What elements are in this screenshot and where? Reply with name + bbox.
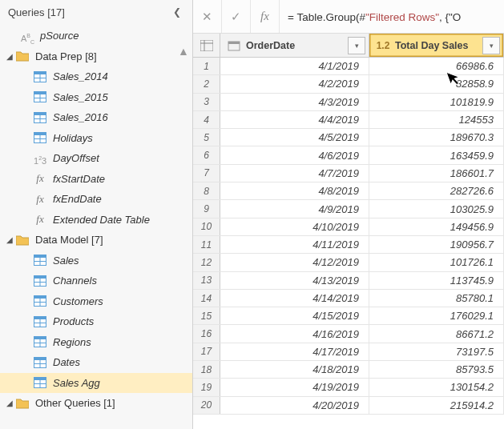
cell-orderdate[interactable]: 4/6/2019 bbox=[220, 146, 369, 163]
row-index[interactable]: 1 bbox=[193, 58, 220, 74]
table-row[interactable]: 64/6/2019163459.9 bbox=[193, 146, 504, 164]
row-index[interactable]: 20 bbox=[193, 397, 220, 414]
row-index[interactable]: 9 bbox=[193, 200, 220, 217]
table-row[interactable]: 74/7/2019186601.7 bbox=[193, 165, 504, 182]
tree-item[interactable]: Channels bbox=[0, 271, 192, 291]
cell-orderdate[interactable]: 4/12/2019 bbox=[220, 254, 369, 271]
row-index[interactable]: 13 bbox=[193, 272, 220, 289]
row-index[interactable]: 5 bbox=[193, 129, 220, 146]
column-filter-dropdown[interactable]: ▾ bbox=[348, 37, 365, 54]
cell-totaldaysales[interactable]: 73197.5 bbox=[369, 343, 504, 360]
tree-item[interactable]: 123DayOffset bbox=[0, 148, 192, 169]
cell-orderdate[interactable]: 4/8/2019 bbox=[220, 182, 369, 199]
tree-folder[interactable]: ◢Other Queries [1] bbox=[0, 393, 192, 414]
cell-totaldaysales[interactable]: 190956.7 bbox=[369, 236, 504, 253]
tree-item[interactable]: Dates bbox=[0, 352, 192, 373]
cell-totaldaysales[interactable]: 215914.2 bbox=[369, 397, 504, 414]
row-index[interactable]: 17 bbox=[193, 343, 220, 360]
table-row[interactable]: 164/16/201986671.2 bbox=[193, 325, 504, 343]
cell-orderdate[interactable]: 4/2/2019 bbox=[220, 75, 369, 92]
tree-item[interactable]: Sales_2014 bbox=[0, 66, 192, 87]
row-index[interactable]: 8 bbox=[193, 182, 220, 199]
cell-orderdate[interactable]: 4/15/2019 bbox=[220, 307, 369, 324]
tree-item[interactable]: fxExtended Date Table bbox=[0, 210, 192, 231]
tree-item[interactable]: Customers bbox=[0, 291, 192, 312]
cell-orderdate[interactable]: 4/13/2019 bbox=[220, 272, 369, 289]
row-index-header[interactable] bbox=[193, 34, 220, 57]
cell-orderdate[interactable]: 4/7/2019 bbox=[220, 165, 369, 182]
row-index[interactable]: 19 bbox=[193, 379, 220, 395]
table-row[interactable]: 174/17/201973197.5 bbox=[193, 343, 504, 361]
cell-orderdate[interactable]: 4/5/2019 bbox=[220, 129, 369, 146]
table-row[interactable]: 44/4/2019124553 bbox=[193, 111, 504, 129]
table-row[interactable]: 194/19/2019130154.2 bbox=[193, 379, 504, 396]
tree-item[interactable]: ABCpSource bbox=[0, 26, 192, 46]
cell-totaldaysales[interactable]: 113745.9 bbox=[369, 272, 504, 289]
table-row[interactable]: 54/5/2019189670.3 bbox=[193, 129, 504, 146]
table-row[interactable]: 124/12/2019101726.1 bbox=[193, 254, 504, 271]
table-row[interactable]: 204/20/2019215914.2 bbox=[193, 397, 504, 415]
tree-folder[interactable]: ◢Data Model [7] bbox=[0, 230, 192, 251]
tree-item[interactable]: Sales Agg bbox=[0, 373, 192, 394]
cell-orderdate[interactable]: 4/9/2019 bbox=[220, 200, 369, 217]
row-index[interactable]: 15 bbox=[193, 307, 220, 324]
table-row[interactable]: 114/11/2019190956.7 bbox=[193, 236, 504, 254]
row-index[interactable]: 6 bbox=[193, 146, 220, 163]
scroll-up-icon[interactable]: ▲ bbox=[178, 45, 189, 58]
commit-formula-button[interactable]: ✓ bbox=[222, 0, 251, 33]
cell-totaldaysales[interactable]: 149456.9 bbox=[369, 219, 504, 235]
tree-folder[interactable]: ◢Data Prep [8] bbox=[0, 46, 192, 67]
row-index[interactable]: 11 bbox=[193, 236, 220, 253]
row-index[interactable]: 2 bbox=[193, 75, 220, 92]
cancel-formula-button[interactable]: ✕ bbox=[193, 0, 222, 33]
row-index[interactable]: 3 bbox=[193, 94, 220, 110]
collapse-sidebar-icon[interactable]: ❮ bbox=[170, 5, 184, 19]
column-header-totaldaysales[interactable]: 1.2 Total Day Sales ▾ bbox=[369, 34, 504, 57]
cell-orderdate[interactable]: 4/14/2019 bbox=[220, 290, 369, 307]
cell-orderdate[interactable]: 4/11/2019 bbox=[220, 236, 369, 253]
cell-totaldaysales[interactable]: 66986.6 bbox=[369, 58, 504, 74]
cell-orderdate[interactable]: 4/20/2019 bbox=[220, 397, 369, 414]
fx-icon[interactable]: fx bbox=[251, 0, 280, 33]
tree-item[interactable]: Regions bbox=[0, 332, 192, 353]
cell-totaldaysales[interactable]: 176029.1 bbox=[369, 307, 504, 324]
column-header-orderdate[interactable]: OrderDate ▾ bbox=[220, 34, 369, 57]
cell-totaldaysales[interactable]: 186601.7 bbox=[369, 165, 504, 182]
cell-totaldaysales[interactable]: 82858.9 bbox=[369, 75, 504, 92]
cell-orderdate[interactable]: 4/19/2019 bbox=[220, 379, 369, 395]
cell-totaldaysales[interactable]: 85780.1 bbox=[369, 290, 504, 307]
cell-totaldaysales[interactable]: 103025.9 bbox=[369, 200, 504, 217]
table-row[interactable]: 154/15/2019176029.1 bbox=[193, 307, 504, 325]
row-index[interactable]: 14 bbox=[193, 290, 220, 307]
column-filter-dropdown[interactable]: ▾ bbox=[482, 37, 500, 54]
tree-item[interactable]: fxfxStartDate bbox=[0, 169, 192, 190]
cell-orderdate[interactable]: 4/18/2019 bbox=[220, 361, 369, 378]
date-type-icon[interactable] bbox=[225, 37, 243, 54]
cell-orderdate[interactable]: 4/10/2019 bbox=[220, 219, 369, 235]
cell-orderdate[interactable]: 4/1/2019 bbox=[220, 58, 369, 74]
cell-orderdate[interactable]: 4/3/2019 bbox=[220, 94, 369, 110]
tree-item[interactable]: Sales bbox=[0, 251, 192, 271]
row-index[interactable]: 10 bbox=[193, 219, 220, 235]
cell-orderdate[interactable]: 4/16/2019 bbox=[220, 325, 369, 342]
table-row[interactable]: 104/10/2019149456.9 bbox=[193, 219, 504, 236]
row-index[interactable]: 16 bbox=[193, 325, 220, 342]
table-row[interactable]: 184/18/201985793.5 bbox=[193, 361, 504, 379]
cell-totaldaysales[interactable]: 130154.2 bbox=[369, 379, 504, 395]
cell-totaldaysales[interactable]: 101819.9 bbox=[369, 94, 504, 110]
table-row[interactable]: 84/8/2019282726.6 bbox=[193, 182, 504, 200]
tree-item[interactable]: Sales_2016 bbox=[0, 107, 192, 128]
cell-totaldaysales[interactable]: 86671.2 bbox=[369, 325, 504, 342]
table-row[interactable]: 24/2/201982858.9 bbox=[193, 75, 504, 93]
row-index[interactable]: 7 bbox=[193, 165, 220, 182]
table-row[interactable]: 134/13/2019113745.9 bbox=[193, 272, 504, 290]
row-index[interactable]: 18 bbox=[193, 361, 220, 378]
table-row[interactable]: 94/9/2019103025.9 bbox=[193, 200, 504, 218]
row-index[interactable]: 4 bbox=[193, 111, 220, 128]
cell-totaldaysales[interactable]: 282726.6 bbox=[369, 182, 504, 199]
cell-totaldaysales[interactable]: 189670.3 bbox=[369, 129, 504, 146]
table-row[interactable]: 14/1/201966986.6 bbox=[193, 58, 504, 75]
cell-totaldaysales[interactable]: 101726.1 bbox=[369, 254, 504, 271]
table-row[interactable]: 144/14/201985780.1 bbox=[193, 290, 504, 307]
table-row[interactable]: 34/3/2019101819.9 bbox=[193, 94, 504, 111]
